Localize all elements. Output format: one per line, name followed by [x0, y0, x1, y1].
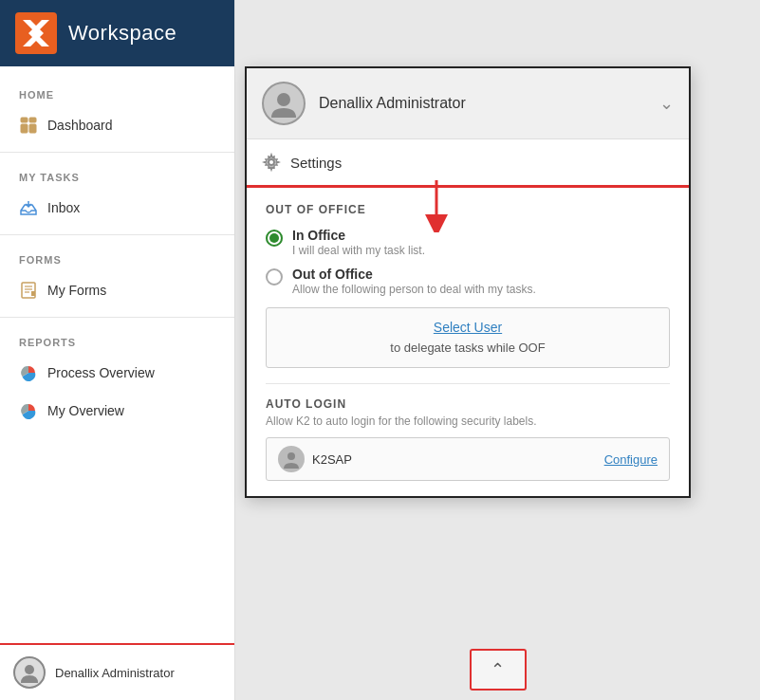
settings-label: Settings — [290, 155, 342, 171]
dropdown-username: Denallix Administrator — [319, 95, 646, 112]
sidebar-nav: HOME Dashboard MY TASKS — [0, 66, 234, 643]
svg-rect-5 — [21, 124, 28, 133]
sidebar-item-my-forms[interactable]: My Forms — [0, 271, 234, 309]
chevron-up-button[interactable]: ⌃ — [470, 649, 527, 691]
chevron-up-icon: ⌃ — [491, 659, 505, 680]
sidebar-item-my-forms-label: My Forms — [47, 283, 106, 298]
sidebar-header: Workspace — [0, 0, 234, 66]
nav-section-forms: FORMS — [0, 243, 234, 271]
inbox-icon — [19, 198, 38, 217]
nav-divider-3 — [0, 317, 234, 318]
k2-logo-icon — [15, 12, 57, 54]
settings-dropdown-panel: Denallix Administrator ⌄ Settings — [245, 66, 691, 498]
sidebar-item-inbox-label: Inbox — [47, 200, 80, 215]
nav-section-reports: REPORTS — [0, 325, 234, 354]
svg-point-15 — [269, 159, 274, 165]
delegate-text: to delegate tasks while OOF — [390, 341, 545, 355]
auto-login-section: AUTO LOGIN Allow K2 to auto login for th… — [266, 383, 670, 481]
sidebar-user-bar[interactable]: Denallix Administrator — [0, 643, 234, 700]
nav-section-home: HOME — [0, 78, 234, 106]
sidebar-item-dashboard-label: Dashboard — [47, 118, 113, 133]
svg-point-14 — [277, 93, 290, 106]
sidebar-item-process-overview[interactable]: Process Overview — [0, 354, 234, 392]
sidebar-item-dashboard[interactable]: Dashboard — [0, 106, 234, 144]
oof-section-title: OUT OF OFFICE — [266, 203, 670, 216]
out-of-office-sublabel: Allow the following person to deal with … — [292, 283, 536, 296]
in-office-text: In Office I will deal with my task list. — [292, 228, 425, 257]
nav-section-tasks: MY TASKS — [0, 160, 234, 189]
out-of-office-label: Out of Office — [292, 267, 536, 282]
out-of-office-option[interactable]: Out of Office Allow the following person… — [266, 267, 670, 296]
in-office-radio[interactable] — [266, 230, 283, 247]
main-area: Denallix Administrator ⌄ Settings — [235, 0, 760, 700]
annotation-arrow — [422, 180, 451, 232]
dashboard-icon — [19, 116, 38, 135]
chevron-down-icon[interactable]: ⌄ — [659, 93, 674, 114]
nav-divider-2 — [0, 234, 234, 235]
sidebar-title: Workspace — [68, 21, 176, 46]
out-of-office-text: Out of Office Allow the following person… — [292, 267, 536, 296]
sidebar-username: Denallix Administrator — [55, 666, 221, 680]
auto-login-desc: Allow K2 to auto login for the following… — [266, 414, 670, 428]
pie-icon — [19, 363, 38, 382]
sidebar: Workspace HOME Dashboard MY TASKS — [0, 0, 235, 700]
sidebar-item-my-overview-label: My Overview — [47, 403, 124, 418]
select-user-box: Select User to delegate tasks while OOF — [266, 307, 670, 368]
sidebar-item-my-overview[interactable]: My Overview — [0, 392, 234, 430]
dropdown-user-header[interactable]: Denallix Administrator ⌄ — [247, 68, 689, 139]
in-office-label: In Office — [292, 228, 425, 243]
configure-link[interactable]: Configure — [604, 452, 658, 467]
svg-point-13 — [25, 665, 34, 674]
auto-login-title: AUTO LOGIN — [266, 397, 670, 411]
settings-row[interactable]: Settings — [247, 139, 689, 188]
svg-rect-3 — [21, 118, 28, 122]
sidebar-user-avatar — [13, 656, 46, 689]
k2sap-avatar-icon — [278, 446, 305, 472]
svg-rect-6 — [29, 124, 36, 133]
select-user-link[interactable]: Select User — [282, 320, 654, 335]
svg-point-18 — [287, 452, 295, 460]
in-office-sublabel: I will deal with my task list. — [292, 244, 425, 257]
dropdown-user-avatar — [262, 82, 306, 125]
svg-rect-12 — [31, 291, 35, 296]
sidebar-item-inbox[interactable]: Inbox — [0, 189, 234, 227]
svg-rect-4 — [29, 118, 36, 122]
pie-icon-2 — [19, 401, 38, 420]
forms-icon — [19, 281, 38, 300]
gear-icon — [262, 153, 281, 172]
k2sap-label: K2SAP — [312, 452, 597, 467]
sidebar-item-process-overview-label: Process Overview — [47, 365, 155, 380]
out-of-office-radio[interactable] — [266, 268, 283, 286]
nav-divider-1 — [0, 152, 234, 153]
in-office-option[interactable]: In Office I will deal with my task list. — [266, 228, 670, 257]
radio-dot-selected — [269, 233, 279, 243]
settings-content: OUT OF OFFICE In Office I will deal with… — [247, 188, 689, 496]
k2sap-row: K2SAP Configure — [266, 437, 670, 481]
